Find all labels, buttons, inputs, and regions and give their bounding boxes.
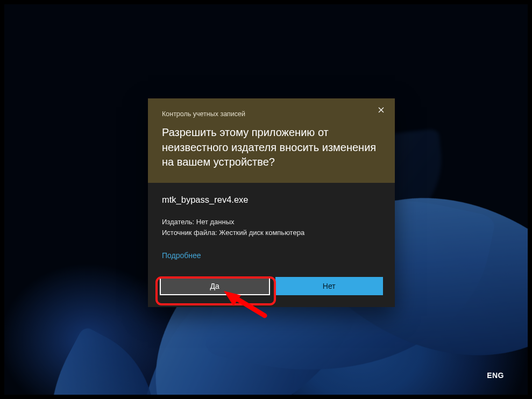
show-more-details-link[interactable]: Подробнее <box>162 251 201 260</box>
uac-publisher: Издатель: Нет данных <box>162 217 381 227</box>
no-button[interactable]: Нет <box>275 277 384 295</box>
desktop-background: ENG Контроль учетных записей Разрешить э… <box>4 4 528 395</box>
uac-app-name: mtk_bypass_rev4.exe <box>162 195 381 205</box>
uac-dialog-body: mtk_bypass_rev4.exe Издатель: Нет данных… <box>148 183 395 277</box>
uac-dialog: Контроль учетных записей Разрешить этому… <box>148 98 395 307</box>
uac-caption: Контроль учетных записей <box>162 110 381 118</box>
uac-question: Разрешить этому приложению от неизвестно… <box>162 125 381 170</box>
language-indicator[interactable]: ENG <box>487 371 504 380</box>
uac-dialog-header: Контроль учетных записей Разрешить этому… <box>148 98 395 183</box>
yes-button[interactable]: Да <box>160 277 270 295</box>
uac-button-row: Да Нет <box>148 277 395 307</box>
uac-file-source: Источник файла: Жесткий диск компьютера <box>162 227 381 238</box>
